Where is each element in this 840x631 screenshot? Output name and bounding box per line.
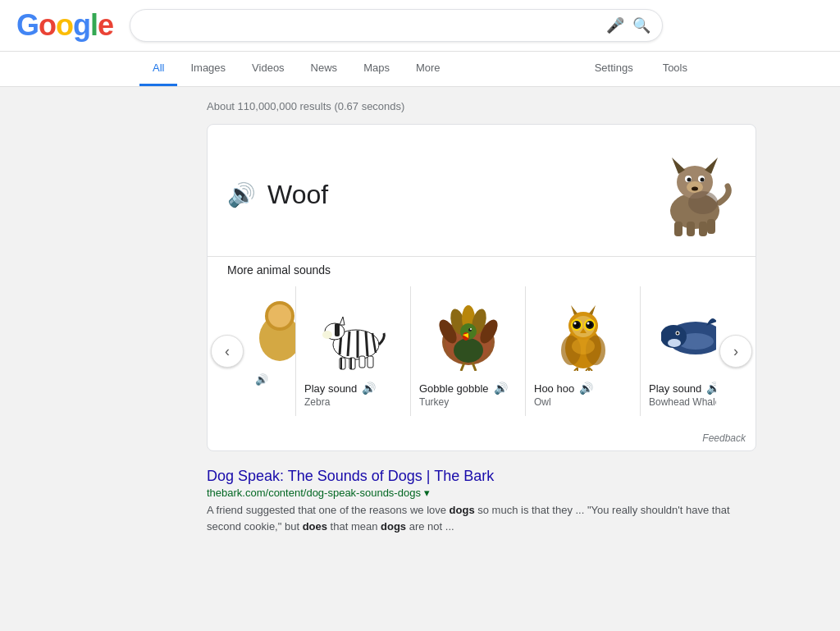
svg-point-18 — [268, 304, 291, 327]
zebra-speaker-icon[interactable]: 🔊 — [362, 382, 376, 395]
result-url: thebark.com/content/dog-speak-sounds-dog… — [207, 487, 756, 499]
whale-speaker-icon[interactable]: 🔊 — [706, 382, 716, 395]
svg-point-15 — [688, 191, 718, 214]
owl-name: Owl — [534, 396, 551, 408]
nav-right: Settings Tools — [582, 52, 701, 86]
turkey-sound-row: Gobble gobble 🔊 — [419, 382, 508, 395]
svg-rect-11 — [674, 222, 682, 236]
svg-rect-14 — [707, 219, 715, 234]
zebra-name: Zebra — [304, 396, 330, 408]
animal-card-zebra[interactable]: Play sound 🔊 Zebra — [296, 286, 411, 416]
nav-item-maps[interactable]: Maps — [350, 52, 403, 86]
result-url-text: thebark.com/content/dog-speak-sounds-dog… — [207, 487, 421, 499]
animal-card-turkey[interactable]: Gobble gobble 🔊 Turkey — [411, 286, 526, 416]
svg-point-65 — [573, 322, 576, 325]
more-sounds-label: More animal sounds — [208, 256, 756, 286]
whale-name: Bowhead Whale — [649, 396, 716, 408]
woof-text: Woof — [267, 180, 328, 210]
results-area: About 110,000,000 results (0.67 seconds)… — [67, 87, 773, 551]
svg-point-10 — [692, 187, 698, 191]
speaker-icon[interactable]: 🔊 — [227, 181, 256, 208]
svg-marker-28 — [340, 317, 345, 325]
whale-sound-row: Play sound 🔊 — [649, 382, 716, 395]
search-bar: what sound does a dog make 🎤 🔍 — [130, 9, 663, 42]
svg-point-43 — [454, 338, 483, 363]
nav-item-more[interactable]: More — [403, 52, 454, 86]
svg-point-48 — [470, 328, 472, 330]
turkey-image-area — [419, 293, 517, 375]
zebra-sound-row: Play sound 🔊 — [304, 382, 376, 395]
knowledge-panel: 🔊 Woof — [207, 124, 756, 451]
microphone-icon[interactable]: 🎤 — [606, 16, 624, 34]
feedback-row: Feedback — [208, 429, 756, 450]
animals-list: Play sound 🔊 Zebra — [296, 286, 716, 416]
animal-card-owl[interactable]: Hoo hoo 🔊 Owl — [526, 286, 641, 416]
svg-point-7 — [701, 178, 705, 182]
svg-rect-35 — [368, 356, 373, 368]
svg-point-78 — [668, 339, 681, 347]
owl-sound-text: Hoo hoo — [534, 382, 574, 395]
svg-line-23 — [366, 332, 368, 356]
svg-marker-57 — [589, 305, 596, 315]
svg-line-21 — [348, 332, 349, 356]
svg-point-66 — [587, 322, 589, 325]
result-snippet: A friend suggested that one of the reaso… — [207, 502, 756, 534]
owl-sound-row: Hoo hoo 🔊 — [534, 382, 593, 395]
scroll-left-arrow[interactable]: ‹ — [211, 335, 244, 368]
nav-bar: All Images Videos News Maps More Setting… — [0, 52, 840, 87]
animal-card-whale[interactable]: Play sound 🔊 Bowhead Whale — [641, 286, 716, 416]
nav-item-videos[interactable]: Videos — [239, 52, 298, 86]
nav-item-images[interactable]: Images — [177, 52, 239, 86]
nav-item-news[interactable]: News — [298, 52, 351, 86]
turkey-speaker-icon[interactable]: 🔊 — [494, 382, 508, 395]
dog-image — [654, 149, 736, 240]
svg-rect-12 — [687, 222, 695, 236]
google-logo: Google — [16, 8, 113, 43]
result-title-link[interactable]: Dog Speak: The Sounds of Dogs | The Bark — [207, 468, 756, 485]
svg-rect-29 — [335, 323, 340, 336]
scroll-right-arrow[interactable]: › — [719, 335, 752, 368]
top-bar: Google what sound does a dog make 🎤 🔍 — [0, 0, 840, 52]
nav-item-all[interactable]: All — [139, 52, 177, 86]
svg-point-6 — [687, 178, 692, 182]
whale-image-area — [649, 293, 716, 375]
svg-point-54 — [572, 338, 595, 354]
search-input[interactable]: what sound does a dog make — [142, 18, 598, 33]
turkey-sound-text: Gobble gobble — [419, 382, 489, 395]
svg-point-77 — [676, 332, 678, 335]
feedback-label[interactable]: Feedback — [702, 432, 746, 444]
results-count: About 110,000,000 results (0.67 seconds) — [207, 100, 756, 112]
svg-rect-13 — [699, 222, 707, 236]
whale-sound-text: Play sound — [649, 382, 701, 395]
owl-speaker-icon[interactable]: 🔊 — [579, 382, 593, 395]
svg-rect-34 — [359, 356, 365, 368]
partial-animal-image — [255, 293, 296, 367]
zebra-image-area — [304, 293, 402, 375]
nav-settings[interactable]: Settings — [582, 52, 646, 86]
nav-tools[interactable]: Tools — [650, 52, 701, 86]
woof-left: 🔊 Woof — [227, 180, 328, 210]
svg-point-26 — [322, 331, 332, 339]
search-result: Dog Speak: The Sounds of Dogs | The Bark… — [207, 468, 756, 534]
partial-speaker-icon[interactable]: 🔊 — [255, 373, 268, 386]
partial-animal-card[interactable]: 🔊 — [247, 286, 296, 416]
owl-image-area — [534, 293, 632, 375]
search-button[interactable]: 🔍 — [632, 16, 651, 34]
result-url-dropdown-icon[interactable]: ▾ — [424, 487, 430, 499]
svg-marker-56 — [571, 305, 578, 315]
zebra-sound-text: Play sound — [304, 382, 357, 395]
animals-scroll: ‹ 🔊 — [208, 286, 756, 429]
woof-section: 🔊 Woof — [208, 125, 756, 256]
turkey-name: Turkey — [419, 396, 449, 408]
